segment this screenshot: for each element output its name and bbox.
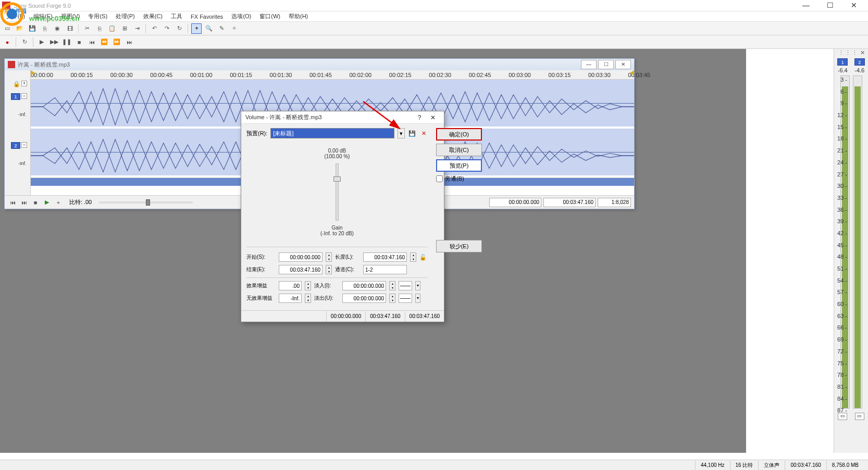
- start-spinner[interactable]: ▴▾: [326, 252, 332, 262]
- close-button[interactable]: ✕: [842, 0, 866, 11]
- trim-icon[interactable]: ⇥: [132, 23, 142, 34]
- time-ruler[interactable]: 00:00:00 00:00:15 00:00:30 00:00:45 00:0…: [31, 70, 634, 80]
- collapse-1-icon[interactable]: −: [21, 93, 27, 99]
- preset-dropdown-icon[interactable]: ▾: [398, 128, 405, 138]
- fadeout-envelope-icon[interactable]: [399, 294, 412, 303]
- zoom-ratio-field[interactable]: [598, 198, 631, 207]
- length-spinner[interactable]: ▴▾: [410, 252, 416, 262]
- channel-2-badge[interactable]: 2: [11, 142, 20, 149]
- copy-icon[interactable]: ⎘: [94, 23, 105, 34]
- doc-go-start-icon[interactable]: ⏮: [8, 198, 17, 207]
- zoom-tool-icon[interactable]: 🔍: [204, 23, 214, 34]
- rewind-icon[interactable]: ⏪: [99, 37, 109, 47]
- selection-start-field[interactable]: [489, 198, 541, 207]
- doc-expand-icon[interactable]: +: [54, 198, 63, 207]
- menu-fx-favorites[interactable]: FX Favorites: [187, 12, 227, 21]
- menu-options[interactable]: 选项(O): [227, 11, 255, 21]
- channel-1-badge[interactable]: 1: [11, 93, 20, 100]
- play-all-icon[interactable]: ▶▶: [49, 37, 59, 47]
- dialog-help-icon[interactable]: ?: [413, 114, 426, 121]
- menu-help[interactable]: 帮助(H): [284, 11, 312, 21]
- delete-preset-icon[interactable]: ✕: [419, 129, 428, 137]
- edit-tool-icon[interactable]: ✦: [191, 23, 202, 34]
- menu-view[interactable]: 视图(V): [57, 11, 84, 21]
- redo-icon[interactable]: ↷: [162, 23, 172, 34]
- pencil-tool-icon[interactable]: ✎: [216, 23, 227, 34]
- minimize-button[interactable]: —: [794, 0, 818, 11]
- lock-selection-icon[interactable]: 🔓: [419, 254, 428, 261]
- doc-stop-icon[interactable]: ■: [31, 198, 40, 207]
- doc-maximize-button[interactable]: ☐: [598, 60, 614, 69]
- maximize-button[interactable]: ☐: [818, 0, 842, 11]
- meter-ch2-badge[interactable]: 2: [854, 58, 865, 66]
- undo-icon[interactable]: ↶: [149, 23, 159, 34]
- bypass-checkbox-input[interactable]: [436, 175, 443, 182]
- dialog-titlebar[interactable]: Volume - 许嵩 - 断桥残雪.mp3 ? ✕: [241, 111, 444, 124]
- selection-start-marker[interactable]: [31, 70, 36, 75]
- selection-end-marker[interactable]: [629, 70, 634, 75]
- collapse-2-icon[interactable]: −: [21, 142, 27, 148]
- fadeout-dropdown-icon[interactable]: ▾: [415, 294, 420, 303]
- cut-icon[interactable]: ✂: [82, 23, 92, 34]
- play-icon[interactable]: ▶: [36, 37, 47, 47]
- go-end-icon[interactable]: ⏭: [124, 37, 134, 47]
- menu-effects[interactable]: 效果(C): [139, 11, 167, 21]
- saveas-icon[interactable]: ⎘: [40, 23, 50, 34]
- selection-end-field[interactable]: [543, 198, 596, 207]
- pause-icon[interactable]: ❚❚: [61, 37, 72, 47]
- record-icon[interactable]: ●: [2, 37, 13, 47]
- panel-close-icon[interactable]: ✕: [860, 49, 866, 56]
- menu-window[interactable]: 窗口(W): [255, 11, 284, 21]
- fxgain-spinner[interactable]: ▴▾: [305, 281, 311, 290]
- bypass-checkbox[interactable]: 旁通(B): [436, 175, 482, 183]
- forward-icon[interactable]: ⏩: [111, 37, 122, 47]
- less-button[interactable]: 较少(E): [436, 240, 482, 252]
- start-field[interactable]: [279, 252, 323, 262]
- end-field[interactable]: [279, 265, 323, 274]
- ok-button[interactable]: 确定(O): [436, 128, 482, 141]
- document-titlebar[interactable]: 许嵩 - 断桥残雪.mp3 — ☐ ✕: [5, 59, 634, 70]
- doc-minimize-button[interactable]: —: [581, 60, 597, 69]
- disc-icon[interactable]: ◉: [52, 23, 63, 34]
- preview-button[interactable]: 预览(P): [436, 159, 482, 172]
- mix-icon[interactable]: ⊞: [119, 23, 130, 34]
- loop-icon[interactable]: ↻: [19, 37, 30, 47]
- event-tool-icon[interactable]: ✧: [229, 23, 239, 34]
- end-spinner[interactable]: ▴▾: [326, 265, 332, 274]
- preset-select[interactable]: [未标题]: [270, 128, 394, 138]
- nofxgain-field[interactable]: [279, 294, 302, 303]
- rate-slider[interactable]: [99, 201, 193, 204]
- meter-mode-2-button[interactable]: ▭: [855, 413, 864, 420]
- save-icon[interactable]: 💾: [27, 23, 38, 34]
- expand-icon[interactable]: +: [21, 81, 27, 86]
- menu-file[interactable]: 文件(F): [2, 11, 29, 21]
- repeat-icon[interactable]: ↻: [174, 23, 184, 34]
- fadein-field[interactable]: [342, 281, 386, 290]
- save-preset-icon[interactable]: 💾: [408, 129, 416, 137]
- paste-icon[interactable]: 📋: [107, 23, 117, 34]
- nofxgain-spinner[interactable]: ▴▾: [305, 294, 311, 303]
- menu-edit[interactable]: 编辑(E): [29, 11, 57, 21]
- lock-icon[interactable]: 🔒: [13, 81, 20, 87]
- doc-go-end-icon[interactable]: ⏭: [19, 198, 29, 207]
- dialog-close-icon[interactable]: ✕: [426, 114, 440, 121]
- menu-process[interactable]: 处理(P): [111, 11, 139, 21]
- gain-slider[interactable]: [336, 163, 339, 221]
- meter-ch1-badge[interactable]: 1: [837, 58, 848, 66]
- fadein-dropdown-icon[interactable]: ▾: [415, 281, 420, 290]
- doc-close-button[interactable]: ✕: [615, 60, 631, 69]
- menu-special[interactable]: 专用(S): [84, 11, 111, 21]
- fadeout-field[interactable]: [342, 294, 386, 303]
- open-icon[interactable]: 📂: [15, 23, 25, 34]
- doc-play-icon[interactable]: ▶: [42, 198, 52, 207]
- cancel-button[interactable]: 取消(C): [436, 144, 482, 156]
- stop-icon[interactable]: ■: [74, 37, 84, 47]
- fadeout-spinner[interactable]: ▴▾: [389, 294, 395, 303]
- go-start-icon[interactable]: ⏮: [86, 37, 97, 47]
- channel-field[interactable]: [363, 265, 407, 274]
- fadein-spinner[interactable]: ▴▾: [389, 281, 395, 290]
- new-icon[interactable]: ▭: [2, 23, 13, 34]
- panel-grip-icon[interactable]: ⋮⋮⋮: [838, 49, 859, 56]
- fadein-envelope-icon[interactable]: [399, 281, 412, 290]
- length-field[interactable]: [363, 252, 407, 262]
